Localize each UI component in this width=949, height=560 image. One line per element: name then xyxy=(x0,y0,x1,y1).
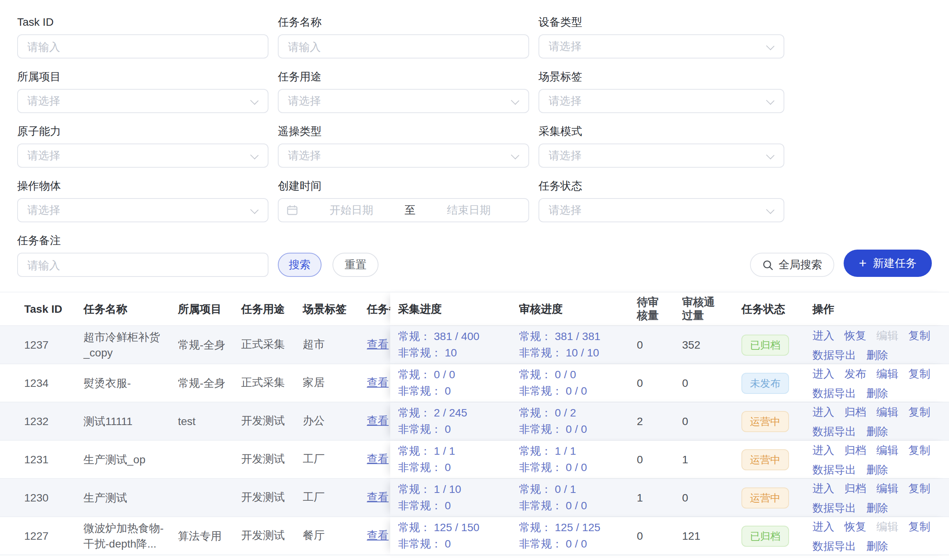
project-select[interactable]: 请选择 xyxy=(17,89,268,113)
action-link[interactable]: 数据导出 xyxy=(812,385,856,401)
review-regular-line: 常规： 0 / 2 xyxy=(519,405,576,421)
remark-view-link[interactable]: 查看 xyxy=(367,491,389,505)
action-link[interactable]: 数据导出 xyxy=(812,347,856,362)
action-link[interactable]: 编辑 xyxy=(876,442,898,457)
remark-cell: 查看 xyxy=(360,517,390,555)
project-cell xyxy=(171,441,234,478)
action-link[interactable]: 复制 xyxy=(908,442,930,457)
action-link[interactable]: 删除 xyxy=(866,423,888,439)
remark-view-link[interactable]: 查看 xyxy=(367,414,389,428)
task-name-cell: 熨烫衣服- xyxy=(76,364,171,402)
filter-actions-row: 任务备注 搜索 重置 全局搜索 + 新建任务 xyxy=(17,234,932,277)
filter-label: 任务名称 xyxy=(278,16,529,28)
action-link[interactable]: 删除 xyxy=(866,385,888,401)
action-link[interactable]: 复制 xyxy=(908,404,930,419)
row-left-section: 1230生产测试开发测试工厂查看 xyxy=(0,479,390,516)
action-link[interactable]: 归档 xyxy=(844,442,866,457)
column-header-task-id: Task ID xyxy=(17,292,76,325)
purpose-select[interactable]: 请选择 xyxy=(278,89,529,113)
collect-mode-select[interactable]: 请选择 xyxy=(538,144,784,168)
action-link[interactable]: 复制 xyxy=(908,327,930,343)
action-link[interactable]: 编辑 xyxy=(876,480,898,496)
action-link[interactable]: 数据导出 xyxy=(812,538,856,553)
review-progress-cell: 常规： 1 / 1非常规： 0 / 0 xyxy=(511,441,629,478)
teleop-type-select[interactable]: 请选择 xyxy=(278,144,529,168)
pending-count-cell: 2 xyxy=(629,402,674,440)
filter-label: Task ID xyxy=(17,16,268,28)
collect-regular-line: 常规： 0 / 0 xyxy=(398,367,455,383)
start-date-placeholder[interactable]: 开始日期 xyxy=(300,203,403,217)
chevron-down-icon xyxy=(766,151,774,159)
action-link[interactable]: 进入 xyxy=(812,327,834,343)
action-link[interactable]: 归档 xyxy=(844,480,866,496)
filter-label: 创建时间 xyxy=(278,179,529,192)
status-cell: 运营中 xyxy=(740,441,809,478)
action-link[interactable]: 进入 xyxy=(812,365,834,381)
purpose-cell: 开发测试 xyxy=(234,479,296,516)
action-link[interactable]: 恢复 xyxy=(844,327,866,343)
review-progress-cell: 常规： 381 / 381非常规： 10 / 10 xyxy=(511,326,629,363)
filter-field-task-name: 任务名称 xyxy=(278,16,529,58)
table-row: 1230生产测试开发测试工厂查看常规： 1 / 10非常规： 0常规： 0 / … xyxy=(0,479,949,517)
action-link[interactable]: 复制 xyxy=(908,518,930,534)
new-task-button[interactable]: + 新建任务 xyxy=(844,250,932,277)
action-link[interactable]: 删除 xyxy=(866,538,888,553)
object-select[interactable]: 请选择 xyxy=(17,198,268,222)
remark-view-link[interactable]: 查看 xyxy=(367,338,389,352)
action-link[interactable]: 复制 xyxy=(908,480,930,496)
atomic-ability-select[interactable]: 请选择 xyxy=(17,144,268,168)
scene-cell: 工厂 xyxy=(296,479,360,516)
chevron-down-icon xyxy=(250,96,258,105)
action-link[interactable]: 归档 xyxy=(844,404,866,419)
review-irregular-line: 非常规： 0 / 0 xyxy=(519,459,587,476)
task-id-cell: 1227 xyxy=(17,517,76,555)
search-button[interactable]: 搜索 xyxy=(278,253,322,277)
task-id-input[interactable] xyxy=(17,34,268,58)
collect-irregular-line: 非常规： 10 xyxy=(398,345,457,361)
filter-label: 原子能力 xyxy=(17,125,268,137)
end-date-placeholder[interactable]: 结束日期 xyxy=(417,203,521,217)
reset-button[interactable]: 重置 xyxy=(332,253,379,277)
action-link[interactable]: 进入 xyxy=(812,404,834,419)
filter-label: 所属项目 xyxy=(17,70,268,83)
device-type-select[interactable]: 请选择 xyxy=(538,34,784,58)
row-left-section: 1234熨烫衣服-常规-全身正式采集家居查看 xyxy=(0,364,390,402)
action-link[interactable]: 数据导出 xyxy=(812,423,856,439)
review-regular-line: 常规： 1 / 1 xyxy=(519,443,576,459)
table-row: 1231生产测试_op开发测试工厂查看常规： 1 / 1非常规： 0常规： 1 … xyxy=(0,441,949,479)
remark-view-link[interactable]: 查看 xyxy=(367,529,389,543)
action-link[interactable]: 进入 xyxy=(812,480,834,496)
action-link[interactable]: 进入 xyxy=(812,518,834,534)
plus-icon: + xyxy=(859,257,867,270)
action-link[interactable]: 编辑 xyxy=(876,365,898,381)
purpose-cell: 开发测试 xyxy=(234,517,296,555)
collect-irregular-line: 非常规： 0 xyxy=(398,536,451,552)
create-time-range-picker[interactable]: 开始日期 至 结束日期 xyxy=(278,198,529,222)
action-link[interactable]: 编辑 xyxy=(876,404,898,419)
action-link[interactable]: 数据导出 xyxy=(812,500,856,515)
scene-tag-select[interactable]: 请选择 xyxy=(538,89,784,113)
action-link: 编辑 xyxy=(876,327,898,343)
action-link[interactable]: 数据导出 xyxy=(812,461,856,477)
action-link[interactable]: 发布 xyxy=(844,365,866,381)
remark-view-link[interactable]: 查看 xyxy=(367,452,389,466)
task-remark-input[interactable] xyxy=(17,253,268,277)
search-icon xyxy=(762,259,773,270)
action-link[interactable]: 复制 xyxy=(908,365,930,381)
task-status-select[interactable]: 请选择 xyxy=(538,198,784,222)
action-link[interactable]: 删除 xyxy=(866,500,888,515)
task-name-input[interactable] xyxy=(278,34,529,58)
action-link[interactable]: 删除 xyxy=(866,461,888,477)
filter-label: 操作物体 xyxy=(17,179,268,192)
review-progress-cell: 常规： 0 / 0非常规： 0 / 0 xyxy=(511,364,629,402)
status-badge: 运营中 xyxy=(741,411,789,432)
review-progress-cell: 常规： 0 / 1非常规： 0 / 0 xyxy=(511,479,629,516)
row-fixed-section: 常规： 2 / 245非常规： 0常规： 0 / 2非常规： 0 / 020运营… xyxy=(390,402,949,440)
action-link[interactable]: 进入 xyxy=(812,442,834,457)
remark-view-link[interactable]: 查看 xyxy=(367,376,389,390)
global-search-button[interactable]: 全局搜索 xyxy=(750,253,834,277)
status-badge: 运营中 xyxy=(741,449,789,470)
action-link[interactable]: 恢复 xyxy=(844,518,866,534)
action-link[interactable]: 删除 xyxy=(866,347,888,362)
scene-cell: 工厂 xyxy=(296,441,360,478)
